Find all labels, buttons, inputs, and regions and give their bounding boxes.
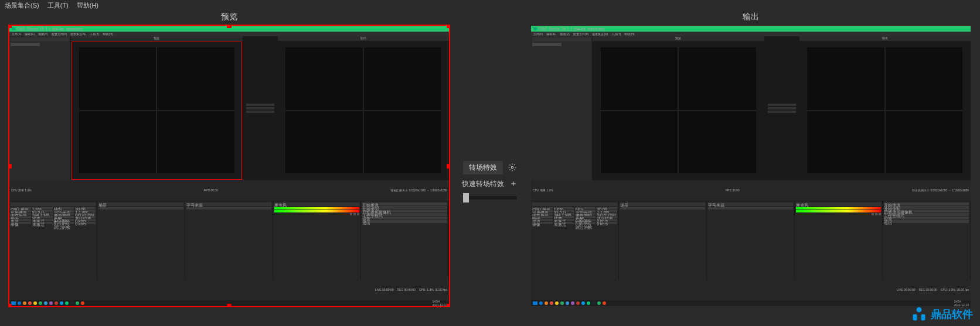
slider-thumb[interactable] bbox=[463, 193, 469, 203]
quick-transition-label: 快速转场特效 bbox=[462, 179, 504, 189]
main-menubar: 场景集合(S) 工具(T) 帮助(H) bbox=[0, 0, 980, 11]
resize-handle-tl[interactable] bbox=[9, 26, 12, 28]
svg-rect-3 bbox=[921, 314, 925, 321]
resize-handle-mr[interactable] bbox=[447, 164, 449, 169]
output-pane: 输出 OBS Studio 26.1.1 (64-bit, windows) 文… bbox=[522, 11, 980, 326]
preview-mini-content: OBS Studio 26.1.1 (64-bit, windows) 文件(F… bbox=[9, 26, 449, 306]
svg-point-1 bbox=[917, 307, 922, 313]
transition-button[interactable]: 转场特效 bbox=[463, 161, 503, 174]
watermark-icon bbox=[911, 306, 927, 322]
watermark: 鼎品软件 bbox=[911, 306, 973, 322]
transition-controls: 转场特效 快速转场特效 ＋ bbox=[458, 11, 522, 326]
menu-help[interactable]: 帮助(H) bbox=[77, 1, 98, 10]
main-area: 预览 OBS Studio 26.1.1 (64-bit, windows) 文… bbox=[0, 11, 980, 326]
preview-title: 预览 bbox=[0, 11, 458, 23]
gear-icon[interactable] bbox=[508, 163, 517, 172]
preview-viewport[interactable]: OBS Studio 26.1.1 (64-bit, windows) 文件(F… bbox=[9, 26, 449, 306]
svg-rect-2 bbox=[913, 314, 917, 321]
resize-handle-tr[interactable] bbox=[447, 26, 449, 28]
resize-handle-bm[interactable] bbox=[227, 304, 232, 306]
transition-slider[interactable] bbox=[463, 196, 517, 200]
output-viewport[interactable]: OBS Studio 26.1.1 (64-bit, windows) 文件(F… bbox=[531, 26, 971, 306]
plus-icon[interactable]: ＋ bbox=[509, 179, 518, 188]
watermark-text: 鼎品软件 bbox=[931, 307, 973, 321]
menu-tools[interactable]: 工具(T) bbox=[47, 1, 69, 10]
menu-scene-collection[interactable]: 场景集合(S) bbox=[5, 1, 39, 10]
svg-point-0 bbox=[511, 166, 513, 169]
preview-pane: 预览 OBS Studio 26.1.1 (64-bit, windows) 文… bbox=[0, 11, 458, 326]
output-title: 输出 bbox=[522, 11, 980, 23]
resize-handle-br[interactable] bbox=[447, 304, 449, 306]
resize-handle-bl[interactable] bbox=[9, 304, 12, 306]
resize-handle-tm[interactable] bbox=[227, 26, 232, 28]
resize-handle-ml[interactable] bbox=[9, 164, 12, 169]
output-mini-content: OBS Studio 26.1.1 (64-bit, windows) 文件(F… bbox=[531, 26, 971, 306]
